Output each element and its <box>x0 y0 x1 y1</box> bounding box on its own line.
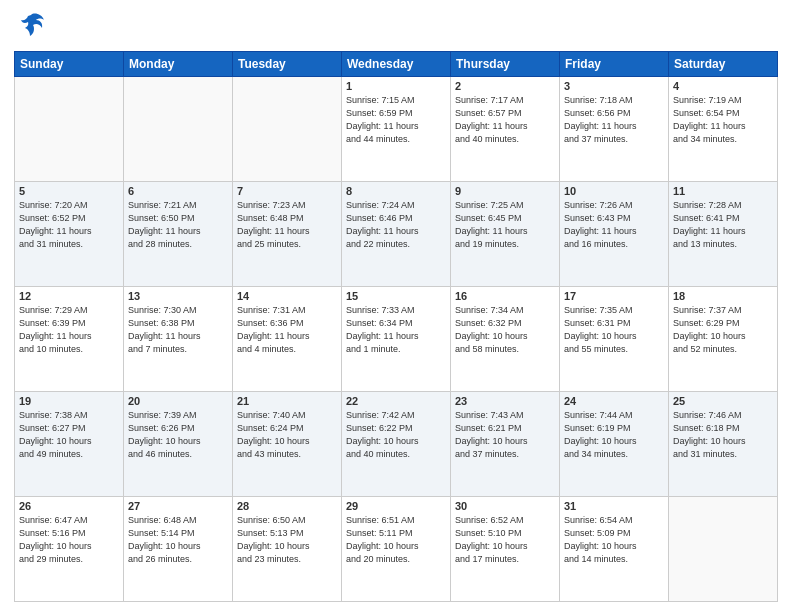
day-info: Sunrise: 7:21 AM Sunset: 6:50 PM Dayligh… <box>128 199 228 251</box>
day-info: Sunrise: 6:52 AM Sunset: 5:10 PM Dayligh… <box>455 514 555 566</box>
day-number: 1 <box>346 80 446 92</box>
logo-bird-icon <box>16 10 46 47</box>
calendar-cell: 1Sunrise: 7:15 AM Sunset: 6:59 PM Daylig… <box>342 77 451 182</box>
calendar-cell <box>669 497 778 602</box>
day-number: 17 <box>564 290 664 302</box>
day-number: 3 <box>564 80 664 92</box>
calendar-cell: 23Sunrise: 7:43 AM Sunset: 6:21 PM Dayli… <box>451 392 560 497</box>
calendar-cell <box>233 77 342 182</box>
calendar-cell: 11Sunrise: 7:28 AM Sunset: 6:41 PM Dayli… <box>669 182 778 287</box>
day-number: 20 <box>128 395 228 407</box>
day-number: 23 <box>455 395 555 407</box>
day-number: 22 <box>346 395 446 407</box>
calendar-cell: 29Sunrise: 6:51 AM Sunset: 5:11 PM Dayli… <box>342 497 451 602</box>
calendar-week-5: 26Sunrise: 6:47 AM Sunset: 5:16 PM Dayli… <box>15 497 778 602</box>
day-info: Sunrise: 7:44 AM Sunset: 6:19 PM Dayligh… <box>564 409 664 461</box>
day-header-tuesday: Tuesday <box>233 52 342 77</box>
calendar-cell: 3Sunrise: 7:18 AM Sunset: 6:56 PM Daylig… <box>560 77 669 182</box>
day-header-wednesday: Wednesday <box>342 52 451 77</box>
day-number: 9 <box>455 185 555 197</box>
day-info: Sunrise: 7:29 AM Sunset: 6:39 PM Dayligh… <box>19 304 119 356</box>
calendar-cell: 27Sunrise: 6:48 AM Sunset: 5:14 PM Dayli… <box>124 497 233 602</box>
calendar-cell: 16Sunrise: 7:34 AM Sunset: 6:32 PM Dayli… <box>451 287 560 392</box>
page: SundayMondayTuesdayWednesdayThursdayFrid… <box>0 0 792 612</box>
day-info: Sunrise: 6:54 AM Sunset: 5:09 PM Dayligh… <box>564 514 664 566</box>
calendar-cell: 12Sunrise: 7:29 AM Sunset: 6:39 PM Dayli… <box>15 287 124 392</box>
day-number: 19 <box>19 395 119 407</box>
calendar-cell: 24Sunrise: 7:44 AM Sunset: 6:19 PM Dayli… <box>560 392 669 497</box>
calendar-cell: 9Sunrise: 7:25 AM Sunset: 6:45 PM Daylig… <box>451 182 560 287</box>
day-info: Sunrise: 7:42 AM Sunset: 6:22 PM Dayligh… <box>346 409 446 461</box>
calendar-cell: 6Sunrise: 7:21 AM Sunset: 6:50 PM Daylig… <box>124 182 233 287</box>
day-info: Sunrise: 7:24 AM Sunset: 6:46 PM Dayligh… <box>346 199 446 251</box>
day-number: 7 <box>237 185 337 197</box>
day-info: Sunrise: 7:17 AM Sunset: 6:57 PM Dayligh… <box>455 94 555 146</box>
day-number: 24 <box>564 395 664 407</box>
day-info: Sunrise: 6:47 AM Sunset: 5:16 PM Dayligh… <box>19 514 119 566</box>
day-number: 21 <box>237 395 337 407</box>
day-info: Sunrise: 7:38 AM Sunset: 6:27 PM Dayligh… <box>19 409 119 461</box>
day-info: Sunrise: 7:34 AM Sunset: 6:32 PM Dayligh… <box>455 304 555 356</box>
day-number: 5 <box>19 185 119 197</box>
day-info: Sunrise: 7:20 AM Sunset: 6:52 PM Dayligh… <box>19 199 119 251</box>
day-number: 2 <box>455 80 555 92</box>
day-info: Sunrise: 7:23 AM Sunset: 6:48 PM Dayligh… <box>237 199 337 251</box>
calendar-header-row: SundayMondayTuesdayWednesdayThursdayFrid… <box>15 52 778 77</box>
day-number: 11 <box>673 185 773 197</box>
calendar-cell: 22Sunrise: 7:42 AM Sunset: 6:22 PM Dayli… <box>342 392 451 497</box>
calendar-cell: 26Sunrise: 6:47 AM Sunset: 5:16 PM Dayli… <box>15 497 124 602</box>
day-info: Sunrise: 6:51 AM Sunset: 5:11 PM Dayligh… <box>346 514 446 566</box>
day-number: 30 <box>455 500 555 512</box>
calendar-table: SundayMondayTuesdayWednesdayThursdayFrid… <box>14 51 778 602</box>
calendar-week-2: 5Sunrise: 7:20 AM Sunset: 6:52 PM Daylig… <box>15 182 778 287</box>
calendar-cell: 25Sunrise: 7:46 AM Sunset: 6:18 PM Dayli… <box>669 392 778 497</box>
day-header-friday: Friday <box>560 52 669 77</box>
day-info: Sunrise: 7:40 AM Sunset: 6:24 PM Dayligh… <box>237 409 337 461</box>
calendar-cell: 13Sunrise: 7:30 AM Sunset: 6:38 PM Dayli… <box>124 287 233 392</box>
header <box>14 10 778 47</box>
day-header-sunday: Sunday <box>15 52 124 77</box>
calendar-cell: 14Sunrise: 7:31 AM Sunset: 6:36 PM Dayli… <box>233 287 342 392</box>
day-number: 27 <box>128 500 228 512</box>
day-info: Sunrise: 6:50 AM Sunset: 5:13 PM Dayligh… <box>237 514 337 566</box>
day-number: 15 <box>346 290 446 302</box>
calendar-cell: 5Sunrise: 7:20 AM Sunset: 6:52 PM Daylig… <box>15 182 124 287</box>
day-info: Sunrise: 7:33 AM Sunset: 6:34 PM Dayligh… <box>346 304 446 356</box>
day-number: 13 <box>128 290 228 302</box>
day-header-thursday: Thursday <box>451 52 560 77</box>
day-header-saturday: Saturday <box>669 52 778 77</box>
calendar-cell: 8Sunrise: 7:24 AM Sunset: 6:46 PM Daylig… <box>342 182 451 287</box>
day-info: Sunrise: 7:18 AM Sunset: 6:56 PM Dayligh… <box>564 94 664 146</box>
day-info: Sunrise: 7:26 AM Sunset: 6:43 PM Dayligh… <box>564 199 664 251</box>
day-info: Sunrise: 7:15 AM Sunset: 6:59 PM Dayligh… <box>346 94 446 146</box>
day-number: 29 <box>346 500 446 512</box>
day-info: Sunrise: 7:37 AM Sunset: 6:29 PM Dayligh… <box>673 304 773 356</box>
calendar-cell: 4Sunrise: 7:19 AM Sunset: 6:54 PM Daylig… <box>669 77 778 182</box>
calendar-cell <box>15 77 124 182</box>
day-info: Sunrise: 7:30 AM Sunset: 6:38 PM Dayligh… <box>128 304 228 356</box>
calendar-cell: 20Sunrise: 7:39 AM Sunset: 6:26 PM Dayli… <box>124 392 233 497</box>
calendar-cell: 10Sunrise: 7:26 AM Sunset: 6:43 PM Dayli… <box>560 182 669 287</box>
day-info: Sunrise: 6:48 AM Sunset: 5:14 PM Dayligh… <box>128 514 228 566</box>
calendar-cell: 30Sunrise: 6:52 AM Sunset: 5:10 PM Dayli… <box>451 497 560 602</box>
day-number: 28 <box>237 500 337 512</box>
calendar-cell: 7Sunrise: 7:23 AM Sunset: 6:48 PM Daylig… <box>233 182 342 287</box>
calendar-cell: 31Sunrise: 6:54 AM Sunset: 5:09 PM Dayli… <box>560 497 669 602</box>
day-number: 16 <box>455 290 555 302</box>
calendar-week-1: 1Sunrise: 7:15 AM Sunset: 6:59 PM Daylig… <box>15 77 778 182</box>
day-number: 25 <box>673 395 773 407</box>
calendar-cell: 28Sunrise: 6:50 AM Sunset: 5:13 PM Dayli… <box>233 497 342 602</box>
day-info: Sunrise: 7:39 AM Sunset: 6:26 PM Dayligh… <box>128 409 228 461</box>
day-number: 8 <box>346 185 446 197</box>
calendar-cell: 21Sunrise: 7:40 AM Sunset: 6:24 PM Dayli… <box>233 392 342 497</box>
day-header-monday: Monday <box>124 52 233 77</box>
day-number: 31 <box>564 500 664 512</box>
day-info: Sunrise: 7:25 AM Sunset: 6:45 PM Dayligh… <box>455 199 555 251</box>
calendar-cell: 15Sunrise: 7:33 AM Sunset: 6:34 PM Dayli… <box>342 287 451 392</box>
day-info: Sunrise: 7:28 AM Sunset: 6:41 PM Dayligh… <box>673 199 773 251</box>
day-number: 12 <box>19 290 119 302</box>
calendar-cell: 2Sunrise: 7:17 AM Sunset: 6:57 PM Daylig… <box>451 77 560 182</box>
day-info: Sunrise: 7:19 AM Sunset: 6:54 PM Dayligh… <box>673 94 773 146</box>
calendar-cell: 17Sunrise: 7:35 AM Sunset: 6:31 PM Dayli… <box>560 287 669 392</box>
day-info: Sunrise: 7:31 AM Sunset: 6:36 PM Dayligh… <box>237 304 337 356</box>
